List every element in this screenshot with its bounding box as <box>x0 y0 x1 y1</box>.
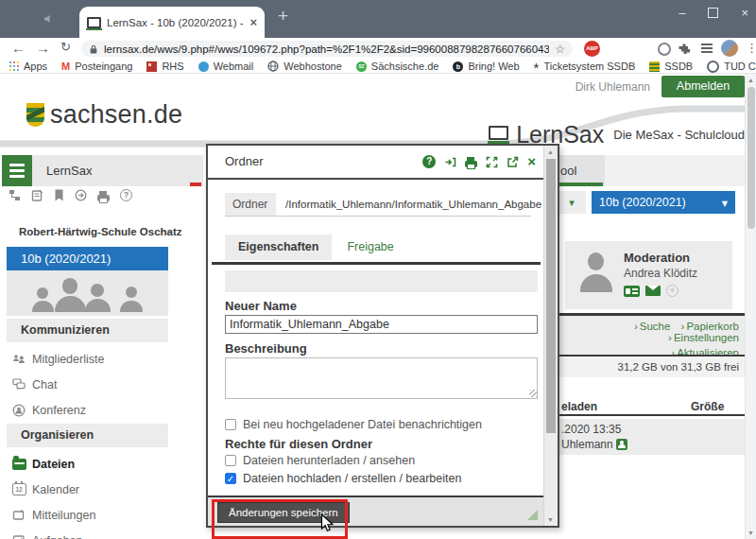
bookmark-rhs[interactable]: RHS <box>146 61 183 72</box>
dialog-close-icon[interactable]: × <box>527 155 536 168</box>
nav-tab-lernsax[interactable]: LernSax <box>32 155 203 186</box>
bring-icon: b <box>453 61 463 72</box>
sidebar-item-label: Chat <box>32 378 57 391</box>
school-name: Robert-Härtwig-Schule Oschatz <box>19 226 184 237</box>
bookmark-webmail[interactable]: Webmail <box>198 61 254 72</box>
adblock-extension-icon[interactable]: ABP <box>584 41 600 57</box>
person-icon <box>119 287 145 312</box>
textarea-resize-grip[interactable] <box>529 390 537 397</box>
dialog-print-icon[interactable] <box>465 161 477 167</box>
sidebar-item-kalender[interactable]: 12 Kalender <box>0 477 175 502</box>
chevron-icon: › <box>681 321 685 332</box>
browser-tab[interactable]: LernSax - 10b (2020/2021) - Date × <box>79 7 265 38</box>
notify-checkbox[interactable] <box>225 419 236 430</box>
sidebar-item-dateien[interactable]: Dateien <box>0 451 175 477</box>
sidebar-item-aufgaben[interactable]: Aufgaben <box>0 528 175 539</box>
user-badge-icon[interactable] <box>616 439 627 450</box>
bookmark-saechsische[interactable]: SZ Sächsische.de <box>356 61 439 72</box>
dialog-scrollbar[interactable]: ▲ ▼ <box>543 146 558 526</box>
dialog-jump-icon[interactable] <box>444 156 456 168</box>
sidebar-toolbar: ? <box>9 189 132 201</box>
sachsen-logo[interactable]: sachsen.de <box>26 100 182 130</box>
sidebar-item-konferenz[interactable]: Konferenz <box>0 397 175 423</box>
bookmark-star-icon[interactable]: ☆ <box>555 43 565 56</box>
new-tab-button[interactable]: + <box>278 6 288 26</box>
notes-icon[interactable] <box>31 189 43 201</box>
bookmark-tud-cloudstore[interactable]: TUD Cloudstore <box>707 61 756 73</box>
tab-eigenschaften[interactable]: Eigenschaften <box>225 235 332 260</box>
print-icon[interactable] <box>97 195 110 201</box>
add-contact-icon[interactable]: + <box>666 285 679 297</box>
browser-menu-icon[interactable]: ⋮ <box>746 41 756 55</box>
reading-list-icon[interactable] <box>701 43 713 53</box>
class-dropdown[interactable]: 10b (2020/2021) ▾ <box>592 191 735 214</box>
help-icon[interactable]: ? <box>120 189 132 201</box>
unread-indicator <box>190 183 201 186</box>
scroll-down-icon[interactable]: ▼ <box>545 516 556 523</box>
structure-icon[interactable] <box>9 189 21 201</box>
moderation-card: Moderation Andrea Klöditz + <box>565 241 732 309</box>
jump-icon[interactable] <box>75 189 87 201</box>
tab-close-icon[interactable]: × <box>249 15 257 29</box>
scrollbar-thumb[interactable] <box>747 87 755 229</box>
extension-circle-icon[interactable] <box>658 43 671 56</box>
dialog-popout-icon[interactable] <box>507 156 519 168</box>
profile-avatar[interactable] <box>721 40 738 57</box>
sidebar-item-mitgliederliste[interactable]: Mitgliederliste <box>0 346 175 372</box>
bookmark-ticketsystem[interactable]: * Ticketsystem SSDB <box>534 61 636 72</box>
bookmark-label: Webmail <box>214 61 254 72</box>
bookmark-posteingang[interactable]: M Posteingang <box>61 61 132 72</box>
link-einstellungen[interactable]: Einstellungen <box>674 332 739 343</box>
files-folder-icon <box>10 459 27 470</box>
dialog-help-icon[interactable]: ? <box>422 155 436 168</box>
sidebar-active-class[interactable]: 10b (2020/2021) <box>7 247 168 270</box>
address-bar[interactable]: lernsax.de/wws/9.php#/wws/109672.php?pat… <box>81 41 573 57</box>
dialog-resize-grip[interactable] <box>527 510 538 520</box>
upload-right-label: Dateien hochladen / erstellen / bearbeit… <box>243 472 461 485</box>
upload-right-row[interactable]: ✓ Dateien hochladen / erstellen / bearbe… <box>225 472 461 485</box>
scroll-down-icon[interactable]: ▼ <box>746 530 756 536</box>
window-close-button[interactable]: × <box>741 6 748 20</box>
chevron-down-icon: ▾ <box>569 197 575 208</box>
sidebar-item-mitteilungen[interactable]: Mitteilungen <box>0 502 175 528</box>
notify-option-row[interactable]: Bei neu hochgeladener Datei benachrichti… <box>225 418 482 431</box>
main-menu-button[interactable] <box>2 155 32 186</box>
bookmark-ssdb[interactable]: SSDB <box>649 61 693 72</box>
scroll-up-icon[interactable]: ▲ <box>746 77 756 83</box>
bookmark-webhostone[interactable]: Webhostone <box>267 61 342 72</box>
scroll-up-icon[interactable]: ▲ <box>545 148 556 155</box>
logout-button[interactable]: Abmelden <box>662 76 745 97</box>
bookmark-bring[interactable]: b Bring! Web <box>453 61 519 72</box>
column-header-uploaded[interactable]: eladen <box>561 400 597 413</box>
apps-grid-icon <box>9 61 19 71</box>
bookmark-icon[interactable] <box>54 189 64 201</box>
padlock-icon <box>89 43 98 55</box>
window-maximize-button[interactable] <box>708 8 718 18</box>
tab-freigabe[interactable]: Freigabe <box>334 235 406 260</box>
description-textarea[interactable] <box>225 357 538 399</box>
group-quick-select[interactable]: ▾ <box>558 191 586 214</box>
tab-audio-icon[interactable] <box>43 14 53 24</box>
profile-card-icon[interactable] <box>624 286 640 297</box>
dialog-scrollbar-thumb[interactable] <box>546 159 556 433</box>
link-suche[interactable]: Suche <box>640 321 671 332</box>
column-header-size[interactable]: Größe <box>691 400 724 413</box>
download-right-row[interactable]: Dateien herunterladen / ansehen <box>225 454 415 467</box>
window-minimize-button[interactable]: – <box>679 6 685 20</box>
bookmark-apps[interactable]: Apps <box>9 61 47 72</box>
back-button[interactable]: ← <box>11 40 26 56</box>
file-table-row[interactable]: .2020 13:35 Uhlemann <box>559 419 747 455</box>
table-header-underline <box>559 414 747 416</box>
extensions-puzzle-icon[interactable] <box>678 42 691 55</box>
dialog-fullscreen-icon[interactable] <box>486 156 498 168</box>
link-papierkorb[interactable]: Papierkorb <box>686 321 739 332</box>
sidebar-item-chat[interactable]: Chat <box>0 372 175 397</box>
nav-tab-label: LernSax <box>46 164 92 178</box>
send-mail-icon[interactable] <box>645 286 661 296</box>
upload-right-checkbox[interactable]: ✓ <box>225 473 236 484</box>
forward-button[interactable]: → <box>36 40 50 56</box>
page-scrollbar[interactable]: ▲ ▼ <box>745 74 756 539</box>
download-right-checkbox[interactable] <box>225 455 236 466</box>
new-name-input[interactable] <box>225 315 538 334</box>
reload-button[interactable]: ↻ <box>60 40 71 54</box>
